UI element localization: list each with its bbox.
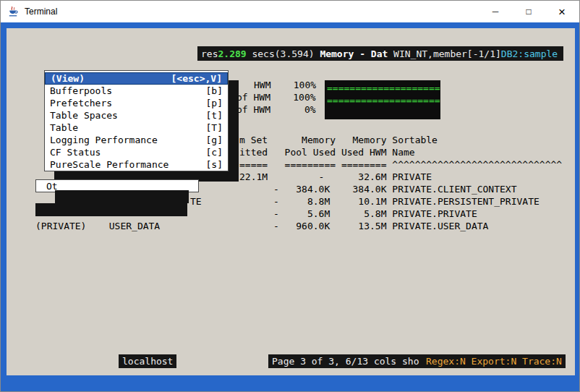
menu-item-key: [b] — [206, 85, 223, 97]
menu-item-key: [<esc>,V] — [171, 72, 222, 85]
window-title: Terminal — [25, 7, 57, 17]
maximize-button[interactable]: □ — [512, 1, 545, 22]
menu-item-key: [t] — [206, 109, 223, 122]
chart-bar-2: ==================== — [327, 94, 438, 106]
titlebar[interactable]: Terminal ─ □ × — [1, 1, 579, 22]
table-fragment-te: TE — [190, 195, 202, 208]
menu-item-logging-performance[interactable]: Logging Performance [g] — [45, 134, 228, 146]
close-button[interactable]: × — [545, 1, 579, 22]
menu-item-view[interactable]: (View) [<esc>,V] — [45, 72, 228, 85]
table-row: - 960.0K 13.5M PRIVATE.USER_DATA — [239, 220, 488, 232]
menu-item-key: [g] — [206, 134, 223, 146]
menu-item-label: (View) — [51, 72, 85, 85]
table-separator: ===== ========= ======== ^^^^^^^^^^^^^^^… — [239, 158, 562, 171]
memory-usage-chart: ==================== ===================… — [325, 80, 440, 119]
terminal-screen[interactable]: res2.289 secs(3.594) Memory - Dat WIN_NT… — [7, 28, 575, 375]
menu-item-label: CF Status — [50, 146, 101, 158]
window-controls: ─ □ × — [479, 1, 579, 22]
header-bar: res2.289 secs(3.594) Memory - Dat WIN_NT… — [197, 46, 563, 61]
menu-item-cf-status[interactable]: CF Status [c] — [45, 146, 228, 158]
database-name: DB2:sample — [501, 48, 558, 60]
terminal-window: Terminal ─ □ × res2.289 secs(3.594) Memo… — [0, 0, 580, 392]
menu-item-table[interactable]: Table [T] — [45, 122, 228, 134]
menu-item-key: [c] — [206, 146, 223, 158]
menu-item-key: [s] — [206, 158, 223, 171]
status-host: localhost — [119, 354, 176, 368]
gauge-label-hwm: HWM 100% — [254, 79, 316, 91]
dialog-shadow — [55, 190, 189, 203]
table-header-line-1: m Set Memory Memory Sortable — [239, 134, 438, 146]
chart-bar-1: ==================== — [327, 82, 438, 94]
view-menu: (View) [<esc>,V] Bufferpools [b] Prefetc… — [44, 70, 229, 171]
menu-item-key: [p] — [206, 97, 223, 109]
menu-item-table-spaces[interactable]: Table Spaces [t] — [45, 109, 228, 122]
table-row: 22.1M - 32.6M PRIVATE — [239, 171, 432, 183]
gauge-label-of-hwm-2: of HWM 0% — [236, 103, 316, 116]
menu-item-key: [T] — [206, 122, 223, 134]
table-row: - 8.8M 10.1M PRIVATE.PERSISTENT_PRIVATE — [239, 195, 540, 208]
menu-item-label: Prefetchers — [50, 97, 112, 109]
screen-title: Memory - Dat — [320, 48, 388, 60]
menu-item-label: PureScale Performance — [50, 158, 169, 171]
gauge-label-of-hwm-1: of HWM 100% — [236, 91, 316, 103]
table-header-line-2: itted Pool Used Used HWM Name — [239, 146, 415, 158]
minimize-icon: ─ — [492, 7, 499, 16]
menu-item-purescale-performance[interactable]: PureScale Performance [s] — [45, 158, 228, 171]
java-icon — [7, 6, 19, 17]
minimize-button[interactable]: ─ — [479, 1, 512, 22]
menu-item-label: Table — [50, 122, 78, 134]
menu-item-label: Bufferpools — [50, 85, 112, 97]
refresh-secs: secs(3.594) — [247, 48, 320, 60]
menu-item-bufferpools[interactable]: Bufferpools [b] — [45, 85, 228, 97]
table-row-left-fragment: (PRIVATE) USER_DATA — [35, 220, 160, 232]
status-flags: Regex:N Export:N Trace:N — [422, 354, 566, 368]
status-page-info: Page 3 of 3, 6/13 cols sho — [268, 354, 423, 368]
refresh-fragment: res — [201, 48, 218, 60]
table-row: - 384.0K 384.0K PRIVATE.CLIENT_CONTEXT — [239, 183, 517, 195]
table-row: - 5.6M 5.8M PRIVATE.PRIVATE — [239, 208, 477, 220]
refresh-time: 2.289 — [218, 48, 246, 60]
dialog-shadow — [35, 203, 187, 216]
host-info: WIN_NT,member[-1/1] — [388, 48, 501, 60]
menu-item-label: Logging Performance — [50, 134, 158, 146]
close-icon: × — [558, 6, 566, 18]
menu-item-label: Table Spaces — [50, 109, 118, 122]
menu-item-prefetchers[interactable]: Prefetchers [p] — [45, 97, 228, 109]
maximize-icon: □ — [526, 7, 531, 16]
